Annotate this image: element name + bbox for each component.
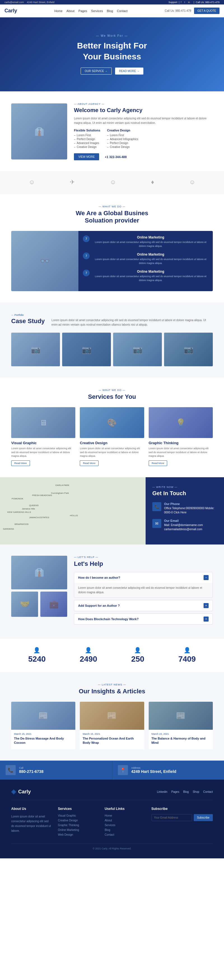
article-img-3: 📰 bbox=[149, 702, 213, 730]
footer-top: ◈ Carly Linkedin Pages Blog Shop Contact bbox=[11, 788, 213, 800]
footer-cols: About Us Lorem ipsum dolor sit amet cons… bbox=[11, 807, 213, 838]
hero-service-button[interactable]: OUR SERVICE → bbox=[81, 68, 112, 75]
faq-toggle-1[interactable]: − bbox=[203, 575, 209, 580]
topbar-support: Support bbox=[168, 1, 178, 4]
footer-logo-text: Carly bbox=[18, 789, 31, 795]
footer-services-item-2: Creative Design bbox=[58, 819, 98, 822]
welcome-cols: Flexible Solutions Lorem First Perfect D… bbox=[74, 129, 213, 150]
partner-4-icon: ♦ bbox=[151, 178, 154, 186]
map-touch-section: QUEENS POMONOK KEW GARDENS HILLS FRESH M… bbox=[0, 477, 224, 544]
flexible-solutions-list: Lorem First Perfect Design Advanced Imag… bbox=[74, 134, 100, 148]
stat-1-num: 5240 bbox=[28, 655, 46, 663]
nav-pages[interactable]: Pages bbox=[78, 9, 87, 13]
cta-phone-icon: 📞 bbox=[6, 765, 16, 775]
faq-toggle-2[interactable]: + bbox=[203, 603, 209, 608]
partner-3: ☺ bbox=[110, 178, 116, 187]
faq-header-2[interactable]: Add Support for an Author ? + bbox=[74, 600, 213, 611]
case-back-link[interactable]: ← Portfolio bbox=[11, 313, 45, 317]
global-item-2-text: Online Marketing Lorem ipsum dolor sit a… bbox=[93, 253, 208, 265]
footer-subscribe-form: Subscribe bbox=[151, 814, 213, 821]
faq-header-1[interactable]: How do I become an author? − bbox=[74, 572, 213, 583]
view-more-button[interactable]: VIEW MORE bbox=[74, 153, 99, 160]
footer-link-services: Services bbox=[105, 824, 145, 827]
faq-header-3[interactable]: How Does Blockchain Technology Work? + bbox=[74, 614, 213, 624]
footer-link-contact: Contact bbox=[105, 833, 145, 836]
map-area: QUEENS POMONOK KEW GARDENS HILLS FRESH M… bbox=[0, 477, 146, 544]
footer-bottom: © 2021 Carly. All Rights Reserved. bbox=[11, 843, 213, 850]
footer-services-list: Visual Graphic Creative Design Graphic T… bbox=[58, 814, 98, 836]
topbar-email[interactable]: carls@email.com bbox=[5, 1, 24, 4]
service-img-1: 🖥 bbox=[11, 407, 75, 438]
footer-services-title: Services bbox=[58, 807, 98, 811]
get-quote-button[interactable]: GET A QUOTE bbox=[194, 8, 219, 14]
subscribe-button[interactable]: Subscribe bbox=[194, 814, 213, 821]
map-label-briarwood: BRIARWOOD bbox=[14, 523, 29, 525]
logo[interactable]: Carly bbox=[5, 8, 17, 14]
faq-question-1: How do I become an author? bbox=[78, 576, 120, 579]
nav-home[interactable]: Home bbox=[54, 9, 62, 13]
flexible-solutions-title: Flexible Solutions bbox=[74, 129, 100, 132]
global-item-3-num: 7 bbox=[83, 270, 90, 276]
touch-label: — Write Now — bbox=[153, 486, 217, 488]
subscribe-input[interactable] bbox=[151, 814, 192, 821]
cta-address-value: 4249 Hart Street, Enfield bbox=[131, 769, 176, 774]
topbar-social-t[interactable]: t bbox=[184, 1, 185, 4]
faq-toggle-3[interactable]: + bbox=[203, 617, 209, 622]
footer-col-services: Services Visual Graphic Creative Design … bbox=[58, 807, 98, 838]
welcome-heading: Welcome to Carly Agency bbox=[74, 107, 213, 113]
flexible-item-4: Creative Design bbox=[74, 145, 100, 148]
footer-nav-blog[interactable]: Blog bbox=[183, 790, 189, 793]
footer-nav: Linkedin Pages Blog Shop Contact bbox=[157, 790, 213, 793]
topbar-social-in[interactable]: in bbox=[188, 1, 190, 4]
services-label: — What we do — bbox=[11, 389, 213, 391]
footer-nav-pages[interactable]: Pages bbox=[172, 790, 179, 793]
article-date-3: March 15, 2021 bbox=[151, 733, 210, 735]
service-desc-2: Lorem ipsum dolor sit amet consectetur a… bbox=[80, 447, 144, 458]
global-image: 👓 bbox=[11, 231, 78, 291]
case-left: ← Portfolio Case Study bbox=[11, 313, 45, 325]
hero-readmore-button[interactable]: READ MORE → bbox=[115, 68, 143, 75]
global-grid: 👓 7 Online Marketing Lorem ipsum dolor s… bbox=[11, 231, 213, 291]
footer-nav-shop[interactable]: Shop bbox=[193, 790, 199, 793]
service-card-2: 🎨 Creative Design Lorem ipsum dolor sit … bbox=[80, 407, 144, 466]
partner-4: ♦ bbox=[151, 178, 154, 187]
map-label-fresh: FRESH MEADOWS bbox=[32, 494, 52, 496]
partner-2-icon: ✈ bbox=[70, 178, 75, 186]
top-bar: carls@email.com 4249 Hart Street, Enfiel… bbox=[0, 0, 224, 5]
welcome-content: — About Agency — Welcome to Carly Agency… bbox=[74, 103, 213, 160]
stats-section: 👤 5240 👤 2490 👤 250 👤 7409 bbox=[0, 638, 224, 672]
global-item-3: 7 Online Marketing Lorem ipsum dolor sit… bbox=[83, 270, 208, 282]
service-desc-1: Lorem ipsum dolor sit amet consectetur a… bbox=[11, 447, 75, 458]
service-title-1: Visual Graphic bbox=[11, 441, 75, 445]
touch-area: — Write Now — Get In Touch 📞 Our Phone O… bbox=[146, 477, 224, 544]
global-item-1: 7 Online Marketing Lorem ipsum dolor sit… bbox=[83, 235, 208, 248]
nav-services[interactable]: Services bbox=[91, 9, 103, 13]
help-img-sm-2: 💼 bbox=[40, 592, 67, 617]
touch-heading: Get In Touch bbox=[153, 490, 217, 496]
topbar-social-f[interactable]: f bbox=[181, 1, 182, 4]
service-readmore-1[interactable]: Read More bbox=[11, 460, 30, 466]
case-img-1: 📷 bbox=[11, 332, 60, 366]
nav-blog[interactable]: Blog bbox=[107, 9, 113, 13]
article-date-2: March 15, 2021 bbox=[83, 733, 141, 735]
service-readmore-2[interactable]: Read More bbox=[80, 460, 98, 466]
nav-about[interactable]: About bbox=[66, 9, 75, 13]
article-title-2: The Personalized Ocean And Earth Body Wr… bbox=[83, 737, 141, 745]
footer-nav-contact[interactable]: Contact bbox=[203, 790, 213, 793]
nav-contact[interactable]: Contact bbox=[117, 9, 128, 13]
stat-2-icon: 👤 bbox=[80, 647, 97, 654]
article-1: 📰 March 15, 2021 The De-Stress Massage A… bbox=[11, 702, 75, 749]
footer-nav-linkedin[interactable]: Linkedin bbox=[157, 790, 167, 793]
hero-buttons: OUR SERVICE → READ MORE → bbox=[11, 68, 213, 75]
case-images: 📷 📷 📷 📷 bbox=[11, 332, 213, 366]
service-readmore-3[interactable]: Read More bbox=[149, 460, 167, 466]
global-item-2: 7 Online Marketing Lorem ipsum dolor sit… bbox=[83, 253, 208, 265]
cta-phone-text: Call 880-271-6738 bbox=[19, 767, 43, 774]
welcome-section: 👔 — About Agency — Welcome to Carly Agen… bbox=[0, 91, 224, 172]
help-section: 👔 🤝 💼 — Let's Help — Let's Help How do I… bbox=[0, 544, 224, 638]
faq-item-2: Add Support for an Author ? + bbox=[74, 600, 213, 611]
service-title-3: Graphic Thinking bbox=[149, 441, 213, 445]
global-item-1-desc: Lorem ipsum dolor sit amet consectetur a… bbox=[93, 240, 208, 248]
help-imgs-row: 🤝 💼 bbox=[11, 592, 67, 617]
topbar-address[interactable]: 4249 Hart Street, Enfield bbox=[27, 1, 55, 4]
